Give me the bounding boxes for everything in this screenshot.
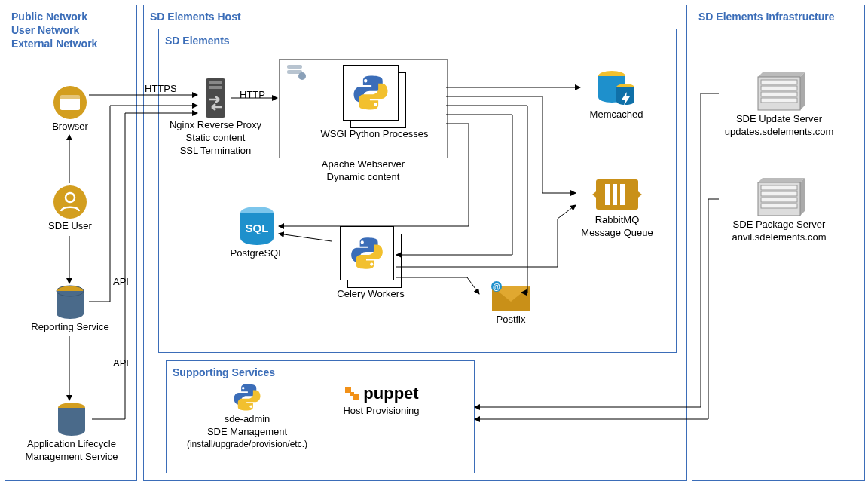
alm-label1: Application Lifecycle bbox=[21, 438, 122, 451]
svg-rect-43 bbox=[761, 204, 797, 208]
node-memcached: Memcached bbox=[579, 69, 654, 121]
svg-rect-41 bbox=[761, 191, 797, 196]
update-server-l1: SDE Update Server bbox=[717, 113, 841, 126]
svg-point-15 bbox=[374, 103, 378, 107]
svg-rect-11 bbox=[287, 65, 302, 69]
svg-rect-31 bbox=[345, 387, 351, 393]
col-public-title: Public Network User Network External Net… bbox=[5, 5, 136, 56]
sde-admin-l2: SDE Management bbox=[176, 426, 318, 439]
node-alm: Application Lifecycle Management Service bbox=[21, 402, 122, 464]
node-postgres: SQL PostgreSQL bbox=[223, 205, 291, 260]
reporting-label: Reporting Service bbox=[29, 321, 112, 334]
sde-user-label: SDE User bbox=[44, 220, 96, 233]
alm-label2: Management Service bbox=[21, 451, 122, 464]
package-server-l2: anvil.sdelements.com bbox=[717, 231, 841, 244]
box-supporting-title: Supporting Services bbox=[167, 361, 474, 384]
svg-rect-10 bbox=[209, 86, 222, 89]
memcached-icon bbox=[595, 69, 637, 109]
puppet-label: Host Provisioning bbox=[329, 405, 434, 418]
node-puppet: puppet Host Provisioning bbox=[329, 383, 434, 417]
node-wsgi: WSGI Python Processes bbox=[310, 65, 439, 141]
node-update-server: SDE Update Server updates.sdelements.com bbox=[717, 71, 841, 139]
node-reporting: Reporting Service bbox=[29, 285, 112, 334]
svg-point-29 bbox=[242, 387, 245, 390]
svg-rect-21 bbox=[620, 184, 625, 205]
user-icon bbox=[52, 184, 88, 220]
memcached-label: Memcached bbox=[579, 109, 654, 121]
nginx-label1: Nginx Reverse Proxy bbox=[164, 119, 267, 132]
python-icon bbox=[231, 381, 263, 413]
svg-rect-35 bbox=[761, 80, 797, 84]
svg-rect-38 bbox=[761, 98, 797, 103]
update-server-l2: updates.sdelements.com bbox=[717, 126, 841, 139]
rabbitmq-label2: Message Queue bbox=[576, 227, 659, 240]
node-postfix: @ Postfix bbox=[481, 280, 541, 326]
node-browser: Browser bbox=[44, 84, 96, 133]
node-package-server: SDE Package Server anvil.sdelements.com bbox=[717, 176, 841, 244]
apache-label: Apache Webserver Dynamic content bbox=[316, 158, 410, 184]
col-sd-host-title: SD Elements Host bbox=[144, 5, 686, 28]
box-sd-elements-title: SD Elements bbox=[159, 29, 676, 52]
svg-rect-9 bbox=[209, 81, 222, 84]
package-server-l1: SDE Package Server bbox=[717, 219, 841, 231]
queue-icon bbox=[590, 175, 644, 214]
svg-rect-36 bbox=[761, 86, 797, 90]
puppet-brand: puppet bbox=[363, 383, 418, 405]
svg-rect-40 bbox=[761, 185, 797, 190]
node-celery: Celery Workers bbox=[326, 226, 416, 301]
rabbitmq-label1: RabbitMQ bbox=[576, 214, 659, 227]
sde-admin-l1: sde-admin bbox=[176, 413, 318, 426]
sql-icon: SQL bbox=[237, 205, 277, 247]
browser-icon bbox=[52, 84, 88, 121]
node-rabbitmq: RabbitMQ Message Queue bbox=[576, 175, 659, 240]
nginx-label2: Static content bbox=[164, 132, 267, 145]
svg-point-24 bbox=[361, 240, 364, 244]
small-server-icon bbox=[286, 63, 306, 81]
svg-rect-37 bbox=[761, 92, 797, 96]
mail-icon: @ bbox=[489, 280, 533, 314]
sde-admin-l3: (install/upgrade/provision/etc.) bbox=[176, 439, 318, 451]
node-sde-user: SDE User bbox=[44, 184, 96, 233]
rack-server-icon bbox=[752, 71, 806, 113]
label-api2: API bbox=[113, 357, 129, 369]
puppet-logo-icon bbox=[344, 385, 360, 402]
svg-point-13 bbox=[298, 72, 306, 80]
server-tower-icon bbox=[203, 77, 228, 119]
svg-text:SQL: SQL bbox=[246, 222, 269, 234]
svg-point-30 bbox=[250, 406, 253, 409]
label-https: HTTPS bbox=[145, 83, 177, 94]
postgres-label: PostgreSQL bbox=[223, 247, 291, 260]
python-icon bbox=[348, 234, 386, 272]
database-icon bbox=[53, 285, 87, 321]
apache-server-icon bbox=[285, 63, 307, 81]
svg-rect-42 bbox=[761, 198, 797, 202]
svg-point-25 bbox=[370, 263, 373, 266]
col-infra-title: SD Elements Infrastructure bbox=[692, 5, 864, 28]
nginx-label3: SSL Termination bbox=[164, 145, 267, 158]
label-http: HTTP bbox=[240, 89, 265, 100]
svg-point-14 bbox=[364, 79, 368, 83]
database-icon bbox=[55, 402, 88, 438]
svg-rect-19 bbox=[605, 184, 610, 205]
browser-label: Browser bbox=[44, 121, 96, 133]
label-api1: API bbox=[113, 276, 129, 287]
node-sde-admin: sde-admin SDE Management (install/upgrad… bbox=[176, 381, 318, 450]
wsgi-label: WSGI Python Processes bbox=[310, 128, 439, 141]
postfix-label: Postfix bbox=[481, 314, 541, 326]
celery-label: Celery Workers bbox=[326, 288, 416, 301]
svg-rect-33 bbox=[350, 392, 354, 396]
svg-text:@: @ bbox=[493, 283, 500, 291]
rack-server-icon bbox=[752, 176, 806, 219]
svg-rect-2 bbox=[60, 95, 80, 99]
svg-rect-20 bbox=[613, 184, 617, 205]
python-icon bbox=[350, 72, 391, 113]
